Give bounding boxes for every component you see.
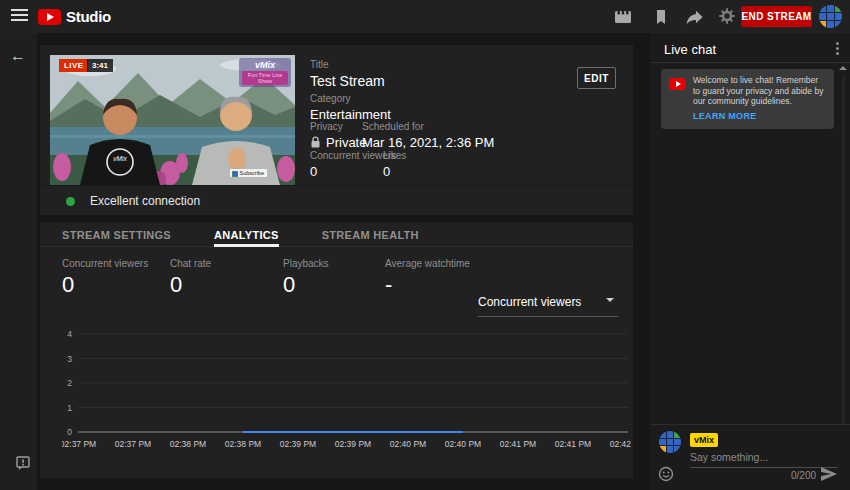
svg-text:02:40 PM: 02:40 PM xyxy=(390,439,426,449)
chat-username-badge: vMix xyxy=(690,433,718,447)
metric-selector-value: Concurrent viewers xyxy=(478,295,581,309)
privacy-label: Privacy xyxy=(310,121,366,132)
end-stream-button[interactable]: END STREAM xyxy=(741,6,812,27)
tab-analytics[interactable]: ANALYTICS xyxy=(214,222,279,246)
metric-label: Chat rate xyxy=(170,258,211,269)
title-value: Test Stream xyxy=(310,73,385,89)
share-icon[interactable] xyxy=(685,9,703,25)
svg-text:02:39 PM: 02:39 PM xyxy=(280,439,316,449)
privacy-value: Private xyxy=(326,135,366,150)
metric-average-watchtime: Average watchtime - xyxy=(385,258,470,298)
svg-text:3: 3 xyxy=(67,354,72,364)
feedback-icon[interactable] xyxy=(15,455,31,471)
svg-text:02:40 PM: 02:40 PM xyxy=(445,439,481,449)
svg-text:02:39 PM: 02:39 PM xyxy=(335,439,371,449)
svg-text:vMix: vMix xyxy=(113,155,127,162)
hamburger-menu-icon[interactable] xyxy=(11,9,28,23)
scheduled-label: Scheduled for xyxy=(362,121,494,132)
stream-overlay-logo: vMix Fun Time Live Show xyxy=(239,58,291,87)
overlay-title: vMix xyxy=(240,60,290,70)
youtube-play-icon xyxy=(38,9,61,25)
category-label: Category xyxy=(310,93,391,104)
live-badge: LIVE xyxy=(59,59,88,72)
metric-label: Average watchtime xyxy=(385,258,470,269)
left-rail xyxy=(0,33,37,490)
chat-user-avatar xyxy=(659,431,681,453)
tab-bar: STREAM SETTINGS ANALYTICS STREAM HEALTH xyxy=(40,222,633,247)
metric-chat-rate: Chat rate 0 xyxy=(170,258,211,298)
privacy-field: Privacy Private xyxy=(310,121,366,150)
char-counter: 0/200 xyxy=(791,470,816,481)
likes-field: Likes 0 xyxy=(383,150,406,179)
title-label: Title xyxy=(310,59,385,70)
chat-welcome-card: Welcome to live chat! Remember to guard … xyxy=(661,69,834,129)
svg-text:02:42 PM: 02:42 PM xyxy=(610,439,632,449)
svg-text:02:38 PM: 02:38 PM xyxy=(170,439,206,449)
svg-text:1: 1 xyxy=(67,403,72,413)
scheduled-value: Mar 16, 2021, 2:36 PM xyxy=(362,135,494,150)
live-chat-panel: Live chat Welcome to live chat! Remember… xyxy=(650,33,850,490)
scheduled-field: Scheduled for Mar 16, 2021, 2:36 PM xyxy=(362,121,494,150)
live-chat-title: Live chat xyxy=(664,42,716,57)
video-info-panel: vMix LIVE 3:41 vMix Fun Time Live Show S… xyxy=(40,45,633,215)
lock-icon xyxy=(310,136,321,149)
category-field: Category Entertainment xyxy=(310,93,391,122)
svg-text:02:37 PM: 02:37 PM xyxy=(62,439,96,449)
elapsed-time-badge: 3:41 xyxy=(87,59,113,72)
learn-more-link[interactable]: LEARN MORE xyxy=(693,111,757,121)
bookmark-icon[interactable] xyxy=(652,9,670,25)
metric-value: 0 xyxy=(170,272,211,298)
svg-text:0: 0 xyxy=(67,427,72,437)
film-icon[interactable] xyxy=(614,9,632,25)
metric-concurrent-viewers: Concurrent viewers 0 xyxy=(62,258,148,298)
chat-scrollbar[interactable] xyxy=(842,75,845,425)
category-value: Entertainment xyxy=(310,107,391,122)
scroll-up-icon[interactable] xyxy=(839,66,847,70)
likes-label: Likes xyxy=(383,150,406,161)
subscribe-chip: Subscribe xyxy=(230,169,267,177)
kebab-menu-icon[interactable] xyxy=(830,42,844,58)
divider xyxy=(650,424,850,425)
back-arrow-icon[interactable]: ← xyxy=(10,47,26,65)
connection-row: Excellent connection xyxy=(40,185,633,215)
tab-stream-settings[interactable]: STREAM SETTINGS xyxy=(62,222,171,246)
concurrent-viewers-chart: 0123402:37 PM02:37 PM02:38 PM02:38 PM02:… xyxy=(62,326,632,456)
svg-text:02:38 PM: 02:38 PM xyxy=(225,439,261,449)
connection-status-text: Excellent connection xyxy=(90,194,200,208)
stream-preview[interactable]: vMix LIVE 3:41 vMix Fun Time Live Show S… xyxy=(50,55,295,185)
metric-value: 0 xyxy=(283,272,329,298)
overlay-subtitle: Fun Time Live Show xyxy=(242,71,288,85)
edit-button[interactable]: EDIT xyxy=(577,67,616,89)
connection-status-dot xyxy=(66,197,75,206)
youtube-play-icon xyxy=(669,78,686,90)
tab-stream-health[interactable]: STREAM HEALTH xyxy=(322,222,419,246)
svg-text:02:41 PM: 02:41 PM xyxy=(500,439,536,449)
svg-text:02:41 PM: 02:41 PM xyxy=(555,439,591,449)
emoji-icon[interactable] xyxy=(658,466,674,482)
svg-text:2: 2 xyxy=(67,378,72,388)
account-avatar[interactable] xyxy=(819,5,842,28)
chat-welcome-text: Welcome to live chat! Remember to guard … xyxy=(693,75,827,107)
svg-text:4: 4 xyxy=(67,329,72,339)
metric-value: - xyxy=(385,272,470,298)
studio-wordmark: Studio xyxy=(66,8,111,25)
analytics-panel: STREAM SETTINGS ANALYTICS STREAM HEALTH … xyxy=(40,222,633,478)
metric-value: 0 xyxy=(62,272,148,298)
youtube-studio-logo[interactable]: Studio xyxy=(38,8,111,25)
divider xyxy=(650,62,850,63)
send-icon[interactable] xyxy=(820,466,838,482)
metric-label: Playbacks xyxy=(283,258,329,269)
metric-label: Concurrent viewers xyxy=(62,258,148,269)
metric-playbacks: Playbacks 0 xyxy=(283,258,329,298)
title-field: Title Test Stream xyxy=(310,59,385,89)
metric-selector-dropdown[interactable]: Concurrent viewers xyxy=(478,292,618,317)
likes-value: 0 xyxy=(383,164,406,179)
chat-message-input[interactable] xyxy=(690,449,838,468)
gear-icon[interactable] xyxy=(718,8,736,24)
svg-text:02:37 PM: 02:37 PM xyxy=(115,439,151,449)
chevron-down-icon xyxy=(606,298,614,302)
top-bar: Studio END STREAM xyxy=(0,0,850,33)
